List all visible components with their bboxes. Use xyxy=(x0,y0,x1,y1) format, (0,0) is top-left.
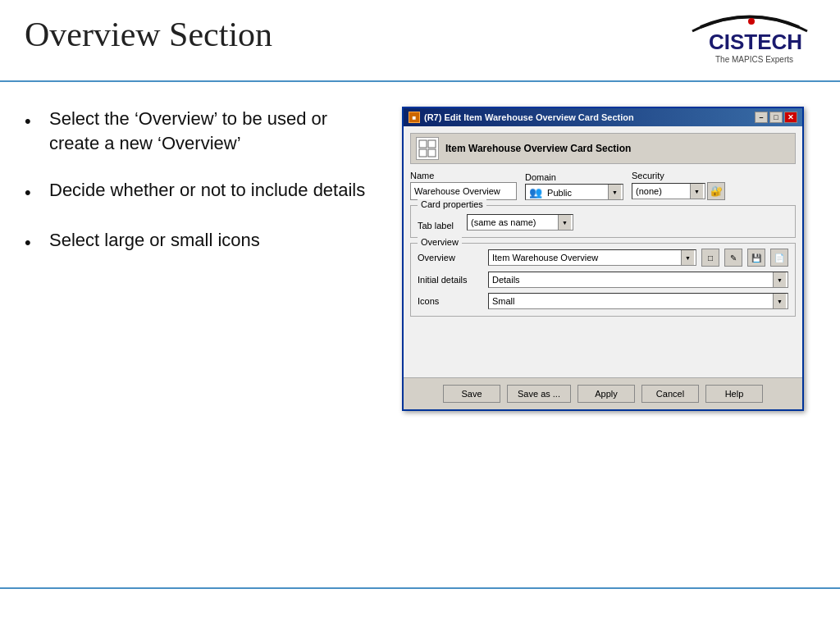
cancel-button[interactable]: Cancel xyxy=(641,385,699,403)
svg-text:CISTECH: CISTECH xyxy=(709,30,802,54)
icons-select[interactable]: Small ▼ xyxy=(488,293,788,309)
svg-rect-3 xyxy=(419,140,427,148)
page-title: Overview Section xyxy=(25,15,272,54)
security-icon-btn[interactable]: 🔐 xyxy=(707,182,725,200)
dialog-buttons: Save Save as ... Apply Cancel Help xyxy=(404,377,802,409)
tab-label-dropdown-btn[interactable]: ▼ xyxy=(558,215,571,230)
window-controls: – □ ✕ xyxy=(755,112,797,123)
svg-rect-5 xyxy=(419,149,427,157)
security-label: Security xyxy=(632,171,725,180)
main-content: • Select the ‘Overview’ to be used or cr… xyxy=(0,82,840,427)
name-domain-security-row: Name Domain 👥 Public ▼ xyxy=(410,171,796,200)
overview-edit-btn[interactable]: ✎ xyxy=(724,249,742,267)
save-as-button[interactable]: Save as ... xyxy=(507,385,571,403)
overview-more-btn[interactable]: 📄 xyxy=(770,249,788,267)
icons-label: Icons xyxy=(418,296,483,306)
domain-select[interactable]: 👥 Public ▼ xyxy=(525,184,623,200)
domain-dropdown-btn[interactable]: ▼ xyxy=(608,185,621,199)
initial-details-label: Initial details xyxy=(418,275,483,285)
name-group: Name xyxy=(410,171,517,200)
dialog-title: (R7) Edit Item Warehouse Overview Card S… xyxy=(424,112,634,122)
security-value: (none) xyxy=(634,186,690,196)
security-select[interactable]: (none) ▼ xyxy=(632,183,705,199)
cistech-logo: CISTECH The MAPICS Experts xyxy=(684,15,815,72)
bullet-dot: • xyxy=(25,109,43,134)
close-button[interactable]: ✕ xyxy=(784,112,797,123)
overview-field-row: Overview Item Warehouse Overview ▼ □ ✎ 💾… xyxy=(418,249,788,267)
tab-label-select[interactable]: (same as name) ▼ xyxy=(467,214,573,231)
bullet-dot: • xyxy=(25,231,43,255)
titlebar-title-area: ■ (R7) Edit Item Warehouse Overview Card… xyxy=(409,112,634,123)
overview-dropdown-btn[interactable]: ▼ xyxy=(681,250,694,265)
minimize-button[interactable]: – xyxy=(755,112,768,123)
overview-group-label: Overview xyxy=(418,237,462,247)
name-input[interactable] xyxy=(410,182,517,200)
domain-group: Domain 👥 Public ▼ xyxy=(525,172,623,200)
svg-rect-6 xyxy=(428,149,436,157)
overview-copy-btn[interactable]: □ xyxy=(701,249,719,267)
footer-line xyxy=(0,587,840,589)
icons-dropdown-btn[interactable]: ▼ xyxy=(773,294,786,308)
card-properties-label: Card properties xyxy=(418,199,486,209)
list-item: • Select the ‘Overview’ to be used or cr… xyxy=(25,107,377,155)
overview-save-btn[interactable]: 💾 xyxy=(747,249,765,267)
header: Overview Section CISTECH The MAPICS Expe… xyxy=(0,0,840,82)
domain-label: Domain xyxy=(525,172,623,182)
section-header-text: Item Warehouse Overview Card Section xyxy=(445,143,631,154)
help-button[interactable]: Help xyxy=(705,385,763,403)
dialog-body: Item Warehouse Overview Card Section Nam… xyxy=(404,126,802,377)
svg-text:The MAPICS Experts: The MAPICS Experts xyxy=(715,55,793,64)
initial-details-dropdown-btn[interactable]: ▼ xyxy=(773,272,786,287)
initial-details-value: Details xyxy=(491,275,773,285)
maximize-button[interactable]: □ xyxy=(769,112,783,123)
list-item: • Decide whether or not to include detai… xyxy=(25,178,377,205)
bullets-section: • Select the ‘Overview’ to be used or cr… xyxy=(25,107,377,411)
overview-value: Item Warehouse Overview xyxy=(491,253,681,262)
tab-label-label: Tab label xyxy=(418,221,454,231)
name-label: Name xyxy=(410,171,517,180)
initial-details-select[interactable]: Details ▼ xyxy=(488,272,788,288)
edit-dialog: ■ (R7) Edit Item Warehouse Overview Card… xyxy=(402,107,804,411)
bullet-text: Select the ‘Overview’ to be used or crea… xyxy=(49,107,377,155)
dialog-spacer xyxy=(410,322,796,371)
overview-group: Overview Overview Item Warehouse Overvie… xyxy=(410,243,796,317)
section-header: Item Warehouse Overview Card Section xyxy=(410,133,796,164)
section-icon xyxy=(416,137,439,160)
save-button[interactable]: Save xyxy=(443,385,500,403)
apply-button[interactable]: Apply xyxy=(578,385,635,403)
overview-label: Overview xyxy=(418,253,483,262)
bullet-text: Select large or small icons xyxy=(49,228,260,253)
icons-row: Icons Small ▼ xyxy=(418,293,788,309)
domain-value: 👥 Public xyxy=(527,186,608,199)
svg-rect-4 xyxy=(428,140,436,148)
tab-label-value: (same as name) xyxy=(469,217,558,227)
bullet-text: Decide whether or not to include details xyxy=(49,178,365,203)
security-dropdown-btn[interactable]: ▼ xyxy=(690,184,703,199)
svg-point-0 xyxy=(748,18,755,25)
card-properties-group: Card properties Tab label (same as name)… xyxy=(410,205,796,238)
bullet-dot: • xyxy=(25,180,43,205)
logo-area: CISTECH The MAPICS Experts xyxy=(684,15,815,72)
tab-label-row: Tab label (same as name) ▼ xyxy=(418,214,788,231)
dialog-icon: ■ xyxy=(409,112,420,123)
icons-value: Small xyxy=(491,296,773,306)
list-item: • Select large or small icons xyxy=(25,228,377,255)
security-group: Security (none) ▼ 🔐 xyxy=(632,171,725,200)
dialog-wrapper: ■ (R7) Edit Item Warehouse Overview Card… xyxy=(402,107,815,411)
dialog-titlebar: ■ (R7) Edit Item Warehouse Overview Card… xyxy=(404,108,802,126)
initial-details-row: Initial details Details ▼ xyxy=(418,272,788,288)
overview-select[interactable]: Item Warehouse Overview ▼ xyxy=(488,249,696,266)
